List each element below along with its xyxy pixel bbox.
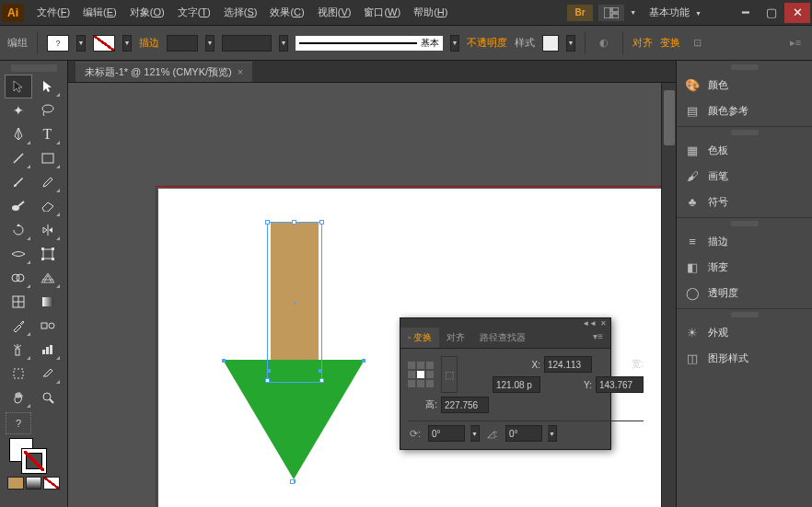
panel-menu-icon[interactable]: ▸≡ xyxy=(786,34,805,52)
panel-close-icon[interactable]: ✕ xyxy=(600,319,607,328)
mesh-tool[interactable] xyxy=(6,291,31,313)
x-input[interactable] xyxy=(544,356,592,373)
workspace-switcher[interactable]: 基本功能▼ xyxy=(642,3,709,22)
color-mode-none[interactable] xyxy=(43,477,60,490)
symbols-panel-button[interactable]: ♣符号 xyxy=(677,189,812,214)
panel-collapse-icon[interactable]: ◄◄ xyxy=(582,319,597,328)
fill-stroke-control[interactable] xyxy=(9,438,55,475)
stroke-square[interactable] xyxy=(22,449,46,473)
rotate-tool[interactable] xyxy=(6,219,31,241)
menu-help[interactable]: 帮助(H) xyxy=(408,3,453,22)
panel-grip[interactable] xyxy=(731,221,759,226)
rotate-dropdown[interactable]: ▼ xyxy=(470,425,480,442)
panel-grip[interactable] xyxy=(731,312,759,317)
pen-tool[interactable] xyxy=(6,123,31,145)
menu-select[interactable]: 选择(S) xyxy=(218,3,263,22)
transform-label[interactable]: 变换 xyxy=(660,36,680,50)
reference-point[interactable] xyxy=(408,362,434,387)
recolor-artwork-icon[interactable]: ◐ xyxy=(595,34,613,52)
zoom-tool[interactable] xyxy=(35,386,61,409)
blob-brush-tool[interactable] xyxy=(6,195,31,217)
appearance-panel-button[interactable]: ☀外观 xyxy=(677,319,812,345)
eyedropper-tool[interactable] xyxy=(6,315,31,337)
menu-object[interactable]: 对象(O) xyxy=(124,3,170,22)
color-guide-panel-button[interactable]: ▤颜色参考 xyxy=(677,98,812,123)
canvas-area[interactable]: ◄◄ ✕ ◦ 变换 对齐 路径查找器 ▾≡ X: xyxy=(68,83,676,507)
align-label[interactable]: 对齐 xyxy=(632,36,653,50)
magic-wand-tool[interactable]: ✦ xyxy=(6,99,31,121)
document-tab[interactable]: 未标题-1* @ 121% (CMYK/预览) × xyxy=(75,62,252,82)
panel-grip[interactable] xyxy=(11,64,57,72)
graphic-style-swatch[interactable] xyxy=(542,35,559,52)
pathfinder-tab[interactable]: 路径查找器 xyxy=(472,328,533,348)
reflect-tool[interactable] xyxy=(35,219,61,241)
brush-definition[interactable]: 基本 xyxy=(296,36,443,51)
graphic-styles-panel-button[interactable]: ◫图形样式 xyxy=(677,345,812,371)
line-segment-tool[interactable] xyxy=(6,147,31,169)
artboard-tool[interactable] xyxy=(6,363,31,385)
gradient-tool[interactable] xyxy=(35,291,61,313)
align-tab[interactable]: 对齐 xyxy=(439,328,472,348)
menu-window[interactable]: 窗口(W) xyxy=(358,3,406,22)
stroke-weight-input[interactable] xyxy=(167,35,198,52)
type-tool[interactable]: T xyxy=(35,123,61,145)
y-input[interactable] xyxy=(596,376,644,393)
stroke-label[interactable]: 描边 xyxy=(139,36,159,50)
shape-builder-tool[interactable] xyxy=(6,267,31,289)
constrain-proportions-icon[interactable]: ⬚ xyxy=(441,356,458,393)
symbol-sprayer-tool[interactable] xyxy=(6,339,31,361)
rotate-input[interactable] xyxy=(428,425,465,442)
minimize-button[interactable]: ━ xyxy=(733,3,759,23)
shear-input[interactable] xyxy=(505,425,542,442)
isolate-icon[interactable]: ⊡ xyxy=(688,34,706,52)
menu-edit[interactable]: 编辑(E) xyxy=(77,3,122,22)
menu-view[interactable]: 视图(V) xyxy=(312,3,357,22)
scroll-thumb[interactable] xyxy=(664,90,675,145)
rectangle-tool[interactable] xyxy=(35,147,61,169)
stroke-color-dropdown[interactable]: ▼ xyxy=(122,35,132,52)
color-panel-button[interactable]: 🎨颜色 xyxy=(677,72,812,98)
maximize-button[interactable]: ▢ xyxy=(759,3,784,23)
gradient-panel-button[interactable]: ◧渐变 xyxy=(677,254,812,280)
transform-panel[interactable]: ◄◄ ✕ ◦ 变换 对齐 路径查找器 ▾≡ X: xyxy=(400,317,611,450)
selection-tool[interactable] xyxy=(6,75,31,98)
perspective-grid-tool[interactable] xyxy=(35,267,61,289)
unknown-tool-placeholder[interactable]: ? xyxy=(6,412,31,434)
shear-dropdown[interactable]: ▼ xyxy=(548,425,557,442)
stroke-weight-dropdown[interactable]: ▼ xyxy=(205,35,215,52)
paintbrush-tool[interactable] xyxy=(6,171,31,193)
opacity-label[interactable]: 不透明度 xyxy=(467,36,507,50)
transparency-panel-button[interactable]: ◯透明度 xyxy=(677,280,812,305)
arrange-documents-button[interactable] xyxy=(598,5,624,21)
pencil-tool[interactable] xyxy=(35,171,61,193)
swatches-panel-button[interactable]: ▦色板 xyxy=(677,137,812,163)
transform-tab[interactable]: ◦ 变换 xyxy=(400,328,439,348)
free-transform-tool[interactable] xyxy=(35,243,61,265)
stroke-color-swatch[interactable] xyxy=(93,35,115,52)
panel-grip[interactable] xyxy=(731,64,759,70)
eraser-tool[interactable] xyxy=(35,195,61,217)
variable-width-profile[interactable] xyxy=(222,35,272,52)
width-tool[interactable] xyxy=(6,243,31,265)
fill-color-swatch[interactable]: ? xyxy=(47,35,69,52)
tab-close-icon[interactable]: × xyxy=(238,66,243,77)
blend-tool[interactable] xyxy=(35,315,61,337)
hand-tool[interactable] xyxy=(6,386,31,409)
stroke-panel-button[interactable]: ≡描边 xyxy=(677,228,812,254)
slice-tool[interactable] xyxy=(35,363,61,385)
height-input[interactable] xyxy=(441,397,489,413)
color-mode-solid[interactable] xyxy=(7,477,24,490)
column-graph-tool[interactable] xyxy=(35,339,61,361)
fill-color-dropdown[interactable]: ▼ xyxy=(76,35,86,52)
width-input[interactable] xyxy=(493,376,540,393)
panel-menu-icon[interactable]: ▾≡ xyxy=(586,328,610,348)
bridge-button[interactable]: Br xyxy=(567,5,593,21)
menu-type[interactable]: 文字(T) xyxy=(172,3,216,22)
panel-grip[interactable] xyxy=(731,130,759,135)
color-mode-gradient[interactable] xyxy=(26,477,42,490)
vertical-scrollbar[interactable] xyxy=(661,83,676,507)
menu-effect[interactable]: 效果(C) xyxy=(264,3,309,22)
lasso-tool[interactable] xyxy=(35,99,61,121)
menu-file[interactable]: 文件(F) xyxy=(31,3,75,22)
direct-selection-tool[interactable] xyxy=(35,75,61,98)
